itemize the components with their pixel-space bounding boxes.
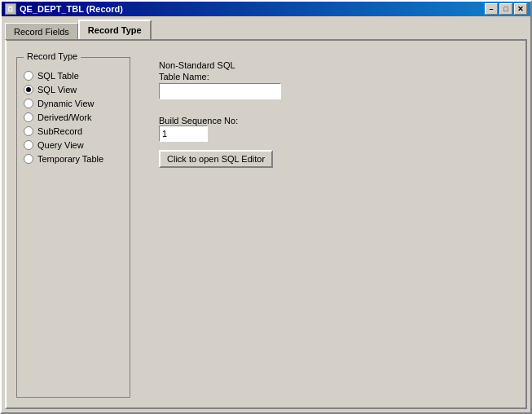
maximize-button[interactable]: □ (499, 3, 512, 15)
tab-record-type-label: Record Type (88, 25, 142, 35)
title-bar: 🗒 QE_DEPT_TBL (Record) – □ ✕ (2, 2, 530, 16)
radio-temporary-table[interactable]: Temporary Table (24, 154, 123, 164)
window-icon: 🗒 (5, 3, 16, 15)
build-sequence-input[interactable] (159, 126, 208, 142)
tab-bar: Record Fields Record Type (2, 16, 530, 39)
table-name-input[interactable] (159, 83, 281, 99)
right-panel: Non-Standard SQL Table Name: Build Seque… (159, 60, 281, 168)
radio-dynamic-view-label: Dynamic View (37, 99, 95, 108)
radio-subrecord[interactable]: SubRecord (24, 126, 123, 136)
radio-query-view-btn[interactable] (24, 140, 33, 150)
radio-query-view[interactable]: Query View (24, 140, 123, 150)
radio-derived-work-btn[interactable] (24, 112, 33, 122)
build-sequence-label: Build Sequence No: (159, 116, 238, 126)
non-standard-label-row: Non-Standard SQL Table Name: (159, 60, 281, 83)
radio-temporary-table-btn[interactable] (24, 154, 33, 164)
radio-sql-table-btn[interactable] (24, 71, 33, 81)
tab-record-fields[interactable]: Record Fields (5, 23, 78, 39)
window-title: QE_DEPT_TBL (Record) (20, 4, 123, 14)
title-buttons: – □ ✕ (485, 3, 527, 15)
title-bar-left: 🗒 QE_DEPT_TBL (Record) (5, 3, 123, 15)
close-button[interactable]: ✕ (514, 3, 527, 15)
main-window: 🗒 QE_DEPT_TBL (Record) – □ ✕ Record Fiel… (0, 0, 532, 414)
minimize-button[interactable]: – (485, 3, 498, 15)
radio-temporary-table-label: Temporary Table (37, 154, 103, 164)
radio-sql-view-btn[interactable] (24, 85, 33, 95)
record-type-group: Record Type SQL Table SQL View Dynamic V… (16, 57, 130, 398)
tab-record-fields-label: Record Fields (14, 27, 69, 37)
table-name-label: Table Name: (159, 72, 281, 81)
non-standard-sql-label: Non-Standard SQL (159, 60, 281, 70)
radio-group: SQL Table SQL View Dynamic View Derived/… (24, 71, 123, 164)
radio-sql-view-label: SQL View (37, 85, 77, 95)
radio-derived-work-label: Derived/Work (37, 112, 91, 122)
record-type-legend: Record Type (24, 51, 81, 61)
radio-derived-work[interactable]: Derived/Work (24, 112, 123, 122)
tab-content: Record Type SQL Table SQL View Dynamic V… (5, 39, 527, 409)
radio-query-view-label: Query View (37, 140, 84, 150)
radio-sql-view[interactable]: SQL View (24, 85, 123, 95)
radio-sql-table-label: SQL Table (37, 71, 79, 81)
radio-subrecord-label: SubRecord (37, 126, 82, 136)
radio-subrecord-btn[interactable] (24, 126, 33, 136)
radio-sql-table[interactable]: SQL Table (24, 71, 123, 81)
main-content: Record Type SQL Table SQL View Dynamic V… (16, 51, 516, 398)
build-sequence-row: Build Sequence No: (159, 116, 281, 126)
sql-editor-button[interactable]: Click to open SQL Editor (159, 150, 273, 168)
radio-dynamic-view-btn[interactable] (24, 99, 33, 108)
radio-dynamic-view[interactable]: Dynamic View (24, 99, 123, 108)
tab-record-type[interactable]: Record Type (78, 20, 152, 39)
